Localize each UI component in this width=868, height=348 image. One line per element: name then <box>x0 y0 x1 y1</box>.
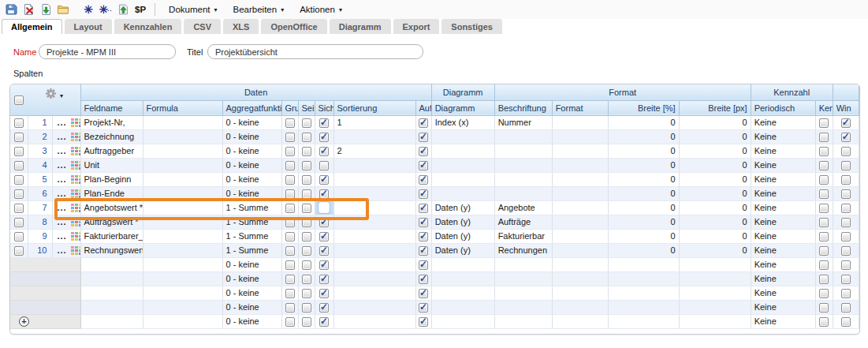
cell-diagramm[interactable]: Daten (y) <box>431 243 494 257</box>
cell-formula[interactable] <box>143 229 222 243</box>
checkbox-win[interactable] <box>841 161 851 170</box>
cell-feldname[interactable]: Bezeichnung <box>80 129 143 144</box>
checkbox-win[interactable] <box>841 118 851 128</box>
cell-formula[interactable] <box>143 172 222 186</box>
cell-periodisch[interactable]: Keine <box>751 286 815 300</box>
cell-format[interactable] <box>552 257 608 271</box>
cell-aggregat[interactable]: 0 - keine <box>222 172 281 186</box>
cell-formula[interactable] <box>143 115 222 129</box>
checkbox-sicht[interactable] <box>319 303 329 312</box>
checkbox-kenn[interactable] <box>819 260 829 270</box>
cell-feldname[interactable]: Plan-Ende <box>80 186 143 200</box>
cell-format[interactable] <box>552 286 608 300</box>
tab-layout[interactable]: Layout <box>65 19 112 34</box>
cell-feldname[interactable] <box>80 314 143 328</box>
cell-formula[interactable] <box>143 129 222 144</box>
chevron-down-icon[interactable]: ▾ <box>60 92 63 99</box>
cell-feldname[interactable] <box>80 286 143 300</box>
checkbox-kenn[interactable] <box>819 118 829 128</box>
cell-beschriftung[interactable] <box>494 271 552 286</box>
checkbox-aufst[interactable] <box>419 118 428 128</box>
cell-breite_px[interactable]: 0 <box>679 243 751 257</box>
cell-breite_px[interactable] <box>679 300 751 314</box>
cell-feldname[interactable] <box>80 271 143 286</box>
checkbox-win[interactable] <box>841 204 851 213</box>
cell-sortierung[interactable] <box>333 186 415 200</box>
checkbox-win[interactable] <box>841 147 851 156</box>
checkbox-win[interactable] <box>841 246 851 256</box>
cell-feldname[interactable]: Projekt-Nr, <box>80 115 143 129</box>
row-fields-grid-icon[interactable] <box>71 204 80 212</box>
checkbox-aufst[interactable] <box>419 204 428 213</box>
cell-breite_px[interactable] <box>679 257 751 271</box>
checkbox-kenn[interactable] <box>819 175 829 185</box>
checkbox-seite[interactable] <box>302 289 311 298</box>
cell-breite_px[interactable]: 0 <box>679 200 751 215</box>
row-select-checkbox[interactable] <box>14 161 24 170</box>
cell-breite_pct[interactable]: 0 <box>608 158 679 172</box>
select-all-checkbox[interactable] <box>14 95 24 105</box>
cell-periodisch[interactable]: Keine <box>751 158 815 172</box>
cell-feldname[interactable]: Plan-Beginn <box>80 172 143 186</box>
checkbox-grup[interactable] <box>285 303 295 312</box>
add-row-button[interactable]: + <box>19 316 29 327</box>
checkbox-seite[interactable] <box>302 218 311 227</box>
save-icon[interactable] <box>2 2 20 17</box>
checkbox-seite[interactable] <box>302 246 311 256</box>
checkbox-aufst[interactable] <box>419 133 428 142</box>
cell-feldname[interactable]: Auftragswert * <box>80 215 143 229</box>
checkbox-kenn[interactable] <box>819 161 829 170</box>
cell-breite_pct[interactable]: 0 <box>608 129 679 144</box>
cell-feldname[interactable]: Angebotswert * <box>80 200 143 215</box>
cell-aggregat[interactable]: 0 - keine <box>222 129 281 144</box>
checkbox-win[interactable] <box>841 303 851 312</box>
cell-diagramm[interactable] <box>431 286 494 300</box>
row-fields-grid-icon[interactable] <box>71 218 80 226</box>
checkbox-grup[interactable] <box>285 133 295 142</box>
cell-sortierung[interactable] <box>333 257 415 271</box>
cell-breite_pct[interactable]: 0 <box>608 172 679 186</box>
cell-sortierung[interactable] <box>333 314 415 328</box>
cell-format[interactable] <box>552 186 608 200</box>
row-fields-grid-icon[interactable] <box>71 133 80 141</box>
row-fields-grid-icon[interactable] <box>71 118 80 127</box>
row-menu-button[interactable]: ... <box>58 174 67 184</box>
cell-diagramm[interactable] <box>431 271 494 286</box>
cell-beschriftung[interactable] <box>494 158 552 172</box>
checkbox-win[interactable] <box>841 317 851 327</box>
checkbox-win[interactable] <box>841 275 851 284</box>
checkbox-seite[interactable] <box>302 133 311 142</box>
cell-beschriftung[interactable]: Fakturierbar <box>494 229 552 243</box>
cell-formula[interactable] <box>143 186 222 200</box>
checkbox-sicht[interactable] <box>319 246 329 256</box>
checkbox-grup[interactable] <box>285 118 295 128</box>
checkbox-kenn[interactable] <box>819 289 829 298</box>
cell-format[interactable] <box>552 300 608 314</box>
cell-aggregat[interactable]: 1 - Summe <box>222 243 281 257</box>
cell-sortierung[interactable] <box>333 158 415 172</box>
cell-breite_pct[interactable]: 0 <box>608 115 679 129</box>
checkbox-grup[interactable] <box>285 204 295 213</box>
cell-aggregat[interactable]: 0 - keine <box>222 257 281 271</box>
cell-diagramm[interactable] <box>431 129 494 144</box>
cell-breite_pct[interactable] <box>608 300 679 314</box>
cell-aggregat[interactable]: 1 - Summe <box>222 200 281 215</box>
checkbox-aufst[interactable] <box>419 147 428 156</box>
cell-periodisch[interactable]: Keine <box>751 186 815 200</box>
row-fields-grid-icon[interactable] <box>71 175 80 184</box>
checkbox-kenn[interactable] <box>819 246 829 256</box>
name-input[interactable] <box>39 44 176 59</box>
row-select-checkbox[interactable] <box>14 218 24 227</box>
checkbox-grup[interactable] <box>285 232 295 241</box>
cell-breite_pct[interactable] <box>608 286 679 300</box>
cell-aggregat[interactable]: 1 - Summe <box>222 229 281 243</box>
checkbox-sicht[interactable] <box>319 275 329 284</box>
cell-breite_px[interactable]: 0 <box>679 186 751 200</box>
checkbox-aufst[interactable] <box>419 275 428 284</box>
cell-breite_pct[interactable] <box>608 257 679 271</box>
checkbox-kenn[interactable] <box>819 189 829 199</box>
cell-format[interactable] <box>552 243 608 257</box>
column-settings-gear-button[interactable] <box>45 88 57 101</box>
cell-formula[interactable] <box>143 144 222 158</box>
cell-breite_px[interactable] <box>679 271 751 286</box>
